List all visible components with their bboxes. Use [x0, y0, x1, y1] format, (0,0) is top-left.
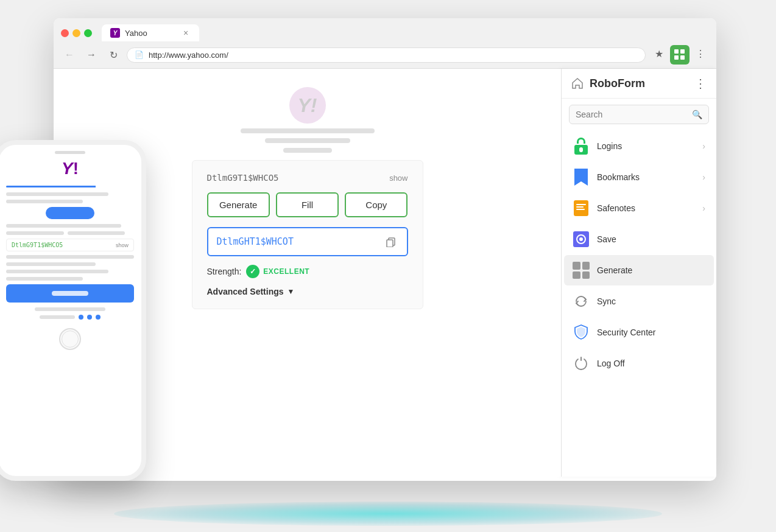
tab-title: Yahoo — [125, 29, 147, 38]
svg-rect-3 — [680, 55, 685, 60]
yahoo-logo: Y! — [289, 87, 326, 124]
address-bar[interactable]: 📄 http://www.yahoo.com/ — [127, 47, 646, 63]
phone-speaker — [55, 151, 85, 154]
roboform-menu-button[interactable]: ⋮ — [693, 76, 708, 91]
sidebar-item-bookmarks[interactable]: Bookmarks › — [564, 162, 714, 192]
search-bar[interactable]: 🔍 — [569, 105, 709, 124]
generate-button[interactable]: Generate — [207, 192, 270, 217]
back-button[interactable]: ← — [61, 46, 78, 63]
search-input[interactable] — [576, 110, 687, 119]
phone-password-text: DtlmG9T1$WHCO5 — [12, 242, 113, 248]
strength-value: EXCELLENT — [263, 267, 309, 276]
phone-bar-4 — [6, 255, 134, 259]
maximize-button[interactable] — [84, 29, 92, 37]
yahoo-logo-area: Y! — [241, 87, 375, 153]
generate-buttons-row: Generate Fill Copy — [207, 192, 408, 217]
bookmarks-icon — [573, 169, 590, 186]
svg-rect-5 — [387, 240, 393, 247]
reload-button[interactable]: ↻ — [105, 46, 122, 63]
yahoo-bar-wide — [241, 128, 375, 133]
copy-button[interactable]: Copy — [345, 192, 407, 217]
show-password-link[interactable]: show — [389, 173, 407, 183]
chrome-menu-button[interactable]: ⋮ — [692, 45, 709, 62]
browser-tab[interactable]: Y Yahoo × — [102, 24, 199, 41]
bottom-glow — [114, 502, 662, 526]
phone-divider — [6, 186, 134, 187]
home-icon[interactable] — [570, 76, 585, 91]
search-icon: 🔍 — [692, 110, 702, 119]
minimize-button[interactable] — [72, 29, 80, 37]
safenotes-arrow: › — [702, 203, 705, 213]
url-text: http://www.yahoo.com/ — [149, 51, 228, 60]
sidebar-item-logins[interactable]: Logins › — [564, 131, 714, 161]
browser-window: Y Yahoo × ← → ↻ 📄 http://www.yahoo.com/ … — [54, 18, 716, 481]
sidebar-item-sync[interactable]: Sync — [564, 286, 714, 317]
security-center-icon — [573, 324, 590, 341]
yahoo-bar-medium — [265, 138, 350, 143]
phone-blue-button — [46, 207, 94, 219]
safenotes-icon — [573, 200, 590, 217]
generate-icon — [573, 262, 590, 279]
browser-content: Y! DtlmG9T1$WHCO5 show Generate Fill — [54, 69, 716, 477]
log-off-label: Log Off — [597, 359, 705, 368]
phone-cta-button[interactable] — [6, 284, 134, 303]
phone-bar-7 — [6, 277, 83, 281]
phone-cta-bar — [52, 291, 88, 296]
phone-yahoo-logo: Y ! — [6, 159, 134, 178]
phone-two-bars — [6, 231, 134, 235]
roboform-extension-button[interactable] — [670, 45, 690, 65]
phone-home-button[interactable] — [59, 328, 81, 350]
fill-button[interactable]: Fill — [276, 192, 339, 217]
strength-row: Strength: ✓ EXCELLENT — [207, 265, 408, 278]
sidebar-item-save[interactable]: Save — [564, 224, 714, 254]
existing-password-display: DtlmG9T1$WHCO5 — [207, 173, 385, 183]
phone-yahoo-text: Y — [62, 159, 73, 178]
roboform-icon — [674, 49, 686, 61]
advanced-settings-chevron: ▼ — [287, 287, 295, 296]
sidebar-item-security-center[interactable]: Security Center — [564, 317, 714, 348]
generate-label: Generate — [597, 265, 705, 275]
close-button[interactable] — [61, 29, 69, 37]
existing-password-row: DtlmG9T1$WHCO5 show — [207, 173, 408, 183]
svg-rect-1 — [680, 49, 685, 54]
forward-button[interactable]: → — [83, 46, 100, 63]
strength-shield-icon: ✓ — [246, 265, 259, 278]
roboform-header: RoboForm ⋮ — [562, 69, 716, 99]
phone-content: Y ! DtlmG9T1$WHCO5 show — [0, 159, 141, 320]
tab-favicon: Y — [110, 28, 120, 38]
strength-label: Strength: — [207, 267, 242, 276]
svg-rect-0 — [674, 49, 679, 54]
svg-rect-2 — [674, 55, 679, 60]
clipboard-icon — [386, 236, 397, 247]
save-icon — [573, 231, 590, 248]
bookmark-star-button[interactable]: ★ — [651, 45, 668, 62]
security-center-label: Security Center — [597, 327, 705, 337]
phone-bar-8 — [35, 307, 105, 311]
sidebar-item-safenotes[interactable]: Safenotes › — [564, 193, 714, 223]
sidebar-item-log-off[interactable]: Log Off — [564, 348, 714, 379]
roboform-panel: RoboForm ⋮ 🔍 Logins — [561, 69, 716, 477]
bookmarks-arrow: › — [702, 172, 705, 182]
phone-yahoo-exclaim: ! — [73, 159, 79, 178]
phone-bar-2 — [6, 200, 83, 203]
browser-chrome: Y Yahoo × ← → ↻ 📄 http://www.yahoo.com/ … — [54, 18, 716, 69]
password-section: DtlmG9T1$WHCO5 show Generate Fill Copy D… — [192, 160, 423, 309]
copy-to-clipboard-button[interactable] — [384, 234, 398, 249]
mobile-phone: Y ! DtlmG9T1$WHCO5 show — [0, 140, 146, 481]
strength-indicator: ✓ EXCELLENT — [246, 265, 309, 278]
advanced-settings-label: Advanced Settings — [207, 287, 284, 296]
advanced-settings-toggle[interactable]: Advanced Settings ▼ — [207, 287, 408, 296]
phone-show-link[interactable]: show — [116, 242, 129, 248]
sidebar-item-generate[interactable]: Generate — [564, 255, 714, 285]
roboform-menu-items: Logins › Bookmarks › — [562, 130, 716, 477]
toolbar-actions: ★ ⋮ — [651, 45, 709, 65]
phone-password-row: DtlmG9T1$WHCO5 show — [6, 239, 134, 251]
generated-password-text: DtlmGHT1$WHCOT — [217, 236, 384, 247]
yahoo-bar-narrow — [283, 148, 332, 153]
phone-dot-row — [6, 315, 134, 320]
tab-close-button[interactable]: × — [181, 28, 191, 38]
address-icon: 📄 — [135, 51, 144, 59]
log-off-icon — [573, 355, 590, 372]
browser-toolbar: ← → ↻ 📄 http://www.yahoo.com/ ★ ⋮ — [54, 41, 716, 68]
phone-bar-5 — [6, 262, 96, 266]
